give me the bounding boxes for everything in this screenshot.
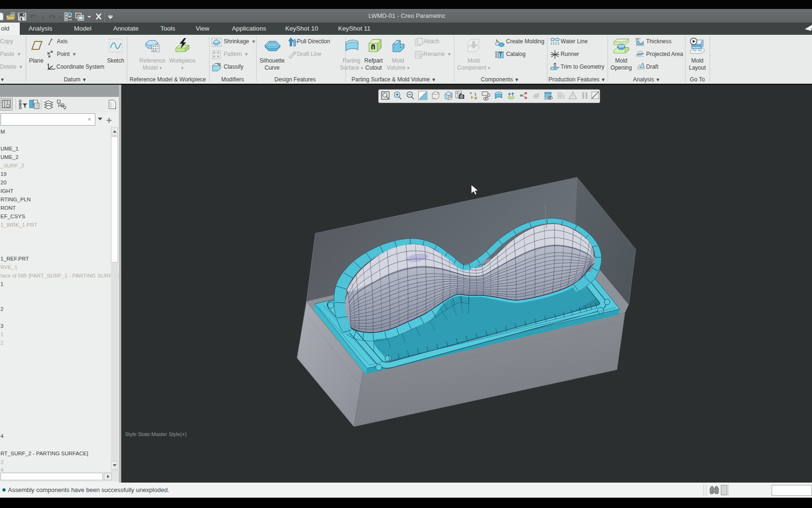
svg-text:30⁺: 30⁺: [635, 38, 641, 41]
